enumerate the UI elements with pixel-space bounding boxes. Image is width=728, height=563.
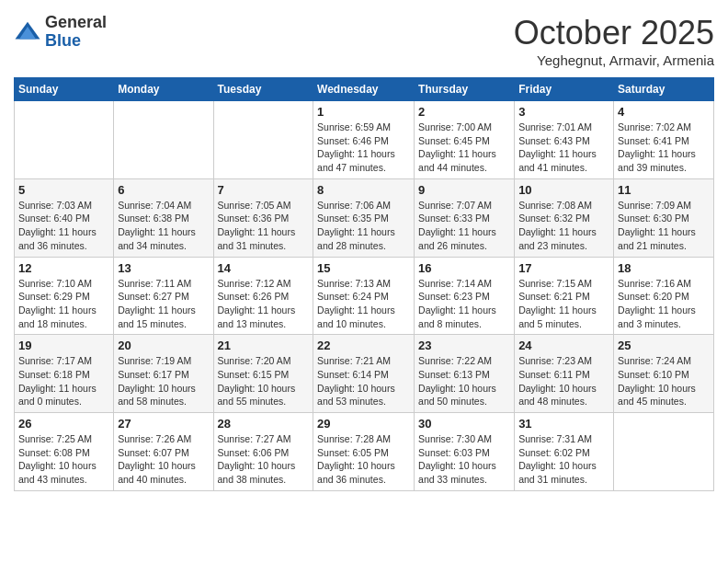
day-number: 8 bbox=[317, 183, 410, 197]
logo-blue: Blue bbox=[45, 32, 107, 51]
calendar-cell: 2Sunrise: 7:00 AM Sunset: 6:45 PM Daylig… bbox=[415, 101, 515, 179]
day-number: 28 bbox=[218, 417, 310, 431]
day-info: Sunrise: 7:06 AM Sunset: 6:35 PM Dayligh… bbox=[317, 199, 410, 253]
calendar-cell: 1Sunrise: 6:59 AM Sunset: 6:46 PM Daylig… bbox=[313, 101, 415, 179]
calendar-cell bbox=[15, 101, 114, 179]
day-number: 14 bbox=[218, 261, 310, 275]
calendar-week-row: 12Sunrise: 7:10 AM Sunset: 6:29 PM Dayli… bbox=[15, 257, 714, 335]
calendar-week-row: 1Sunrise: 6:59 AM Sunset: 6:46 PM Daylig… bbox=[15, 101, 714, 179]
day-number: 15 bbox=[317, 261, 410, 275]
day-info: Sunrise: 7:19 AM Sunset: 6:17 PM Dayligh… bbox=[118, 354, 209, 408]
day-info: Sunrise: 7:03 AM Sunset: 6:40 PM Dayligh… bbox=[18, 199, 109, 253]
calendar-header-row: SundayMondayTuesdayWednesdayThursdayFrid… bbox=[15, 78, 714, 101]
day-number: 30 bbox=[418, 417, 510, 431]
weekday-header: Wednesday bbox=[313, 78, 415, 101]
calendar-cell: 30Sunrise: 7:30 AM Sunset: 6:03 PM Dayli… bbox=[415, 413, 515, 491]
calendar-cell: 6Sunrise: 7:04 AM Sunset: 6:38 PM Daylig… bbox=[114, 178, 213, 257]
calendar-cell: 14Sunrise: 7:12 AM Sunset: 6:26 PM Dayli… bbox=[213, 257, 313, 335]
day-number: 12 bbox=[18, 261, 109, 275]
calendar-week-row: 5Sunrise: 7:03 AM Sunset: 6:40 PM Daylig… bbox=[15, 178, 714, 257]
day-info: Sunrise: 7:11 AM Sunset: 6:27 PM Dayligh… bbox=[118, 277, 209, 331]
calendar-cell: 5Sunrise: 7:03 AM Sunset: 6:40 PM Daylig… bbox=[15, 178, 114, 257]
calendar-cell: 29Sunrise: 7:28 AM Sunset: 6:05 PM Dayli… bbox=[313, 413, 415, 491]
day-info: Sunrise: 7:26 AM Sunset: 6:07 PM Dayligh… bbox=[118, 432, 209, 487]
day-info: Sunrise: 7:14 AM Sunset: 6:23 PM Dayligh… bbox=[418, 277, 510, 331]
day-number: 2 bbox=[418, 105, 510, 119]
day-number: 24 bbox=[518, 339, 609, 352]
day-info: Sunrise: 7:09 AM Sunset: 6:30 PM Dayligh… bbox=[618, 199, 710, 253]
day-number: 25 bbox=[618, 339, 710, 352]
day-info: Sunrise: 7:23 AM Sunset: 6:11 PM Dayligh… bbox=[518, 354, 609, 408]
day-number: 13 bbox=[118, 261, 209, 275]
weekday-header: Sunday bbox=[15, 78, 114, 101]
day-number: 5 bbox=[18, 183, 109, 197]
day-number: 4 bbox=[618, 105, 710, 119]
calendar-cell: 24Sunrise: 7:23 AM Sunset: 6:11 PM Dayli… bbox=[515, 335, 614, 413]
day-info: Sunrise: 7:04 AM Sunset: 6:38 PM Dayligh… bbox=[118, 199, 209, 253]
calendar-cell: 21Sunrise: 7:20 AM Sunset: 6:15 PM Dayli… bbox=[213, 335, 313, 413]
calendar-cell: 20Sunrise: 7:19 AM Sunset: 6:17 PM Dayli… bbox=[114, 335, 213, 413]
day-info: Sunrise: 7:27 AM Sunset: 6:06 PM Dayligh… bbox=[218, 432, 310, 487]
day-number: 21 bbox=[218, 339, 310, 352]
day-info: Sunrise: 7:31 AM Sunset: 6:02 PM Dayligh… bbox=[518, 432, 609, 487]
day-number: 22 bbox=[317, 339, 410, 352]
calendar-cell: 11Sunrise: 7:09 AM Sunset: 6:30 PM Dayli… bbox=[614, 178, 714, 257]
calendar-week-row: 26Sunrise: 7:25 AM Sunset: 6:08 PM Dayli… bbox=[15, 413, 714, 491]
calendar-cell: 8Sunrise: 7:06 AM Sunset: 6:35 PM Daylig… bbox=[313, 178, 415, 257]
day-info: Sunrise: 7:20 AM Sunset: 6:15 PM Dayligh… bbox=[218, 354, 310, 408]
calendar-cell: 13Sunrise: 7:11 AM Sunset: 6:27 PM Dayli… bbox=[114, 257, 213, 335]
day-number: 7 bbox=[218, 183, 310, 197]
logo-text: General Blue bbox=[45, 14, 107, 51]
day-info: Sunrise: 7:30 AM Sunset: 6:03 PM Dayligh… bbox=[418, 432, 510, 487]
calendar-cell bbox=[213, 101, 313, 179]
calendar-cell: 22Sunrise: 7:21 AM Sunset: 6:14 PM Dayli… bbox=[313, 335, 415, 413]
day-info: Sunrise: 7:08 AM Sunset: 6:32 PM Dayligh… bbox=[518, 199, 609, 253]
day-info: Sunrise: 7:25 AM Sunset: 6:08 PM Dayligh… bbox=[18, 432, 109, 487]
logo: General Blue bbox=[14, 14, 107, 51]
day-info: Sunrise: 7:10 AM Sunset: 6:29 PM Dayligh… bbox=[18, 277, 109, 331]
day-number: 9 bbox=[418, 183, 510, 197]
day-info: Sunrise: 7:00 AM Sunset: 6:45 PM Dayligh… bbox=[418, 121, 510, 175]
calendar-cell: 9Sunrise: 7:07 AM Sunset: 6:33 PM Daylig… bbox=[415, 178, 515, 257]
calendar-cell: 18Sunrise: 7:16 AM Sunset: 6:20 PM Dayli… bbox=[614, 257, 714, 335]
weekday-header: Monday bbox=[114, 78, 213, 101]
day-info: Sunrise: 7:21 AM Sunset: 6:14 PM Dayligh… bbox=[317, 354, 410, 408]
calendar-cell: 23Sunrise: 7:22 AM Sunset: 6:13 PM Dayli… bbox=[415, 335, 515, 413]
month-title: October 2025 bbox=[514, 14, 714, 52]
day-info: Sunrise: 6:59 AM Sunset: 6:46 PM Dayligh… bbox=[317, 121, 410, 175]
calendar-cell: 3Sunrise: 7:01 AM Sunset: 6:43 PM Daylig… bbox=[515, 101, 614, 179]
day-info: Sunrise: 7:01 AM Sunset: 6:43 PM Dayligh… bbox=[518, 121, 609, 175]
day-info: Sunrise: 7:05 AM Sunset: 6:36 PM Dayligh… bbox=[218, 199, 310, 253]
calendar-cell: 7Sunrise: 7:05 AM Sunset: 6:36 PM Daylig… bbox=[213, 178, 313, 257]
calendar-cell: 28Sunrise: 7:27 AM Sunset: 6:06 PM Dayli… bbox=[213, 413, 313, 491]
day-number: 1 bbox=[317, 105, 410, 119]
title-block: October 2025 Yeghegnut, Armavir, Armenia bbox=[514, 14, 714, 68]
day-number: 27 bbox=[118, 417, 209, 431]
day-number: 6 bbox=[118, 183, 209, 197]
day-number: 10 bbox=[518, 183, 609, 197]
day-number: 19 bbox=[18, 339, 109, 352]
day-number: 3 bbox=[518, 105, 609, 119]
day-number: 26 bbox=[18, 417, 109, 431]
day-info: Sunrise: 7:15 AM Sunset: 6:21 PM Dayligh… bbox=[518, 277, 609, 331]
calendar-cell: 4Sunrise: 7:02 AM Sunset: 6:41 PM Daylig… bbox=[614, 101, 714, 179]
logo-icon bbox=[14, 18, 41, 46]
calendar-cell bbox=[614, 413, 714, 491]
day-number: 11 bbox=[618, 183, 710, 197]
day-info: Sunrise: 7:28 AM Sunset: 6:05 PM Dayligh… bbox=[317, 432, 410, 487]
day-info: Sunrise: 7:24 AM Sunset: 6:10 PM Dayligh… bbox=[618, 354, 710, 408]
day-number: 18 bbox=[618, 261, 710, 275]
day-info: Sunrise: 7:02 AM Sunset: 6:41 PM Dayligh… bbox=[618, 121, 710, 175]
calendar-cell: 16Sunrise: 7:14 AM Sunset: 6:23 PM Dayli… bbox=[415, 257, 515, 335]
calendar-cell: 25Sunrise: 7:24 AM Sunset: 6:10 PM Dayli… bbox=[614, 335, 714, 413]
calendar-table: SundayMondayTuesdayWednesdayThursdayFrid… bbox=[14, 77, 714, 491]
day-info: Sunrise: 7:12 AM Sunset: 6:26 PM Dayligh… bbox=[218, 277, 310, 331]
day-info: Sunrise: 7:13 AM Sunset: 6:24 PM Dayligh… bbox=[317, 277, 410, 331]
day-number: 23 bbox=[418, 339, 510, 352]
day-number: 31 bbox=[518, 417, 609, 431]
weekday-header: Friday bbox=[515, 78, 614, 101]
calendar-week-row: 19Sunrise: 7:17 AM Sunset: 6:18 PM Dayli… bbox=[15, 335, 714, 413]
calendar-cell: 27Sunrise: 7:26 AM Sunset: 6:07 PM Dayli… bbox=[114, 413, 213, 491]
calendar-cell: 26Sunrise: 7:25 AM Sunset: 6:08 PM Dayli… bbox=[15, 413, 114, 491]
weekday-header: Saturday bbox=[614, 78, 714, 101]
